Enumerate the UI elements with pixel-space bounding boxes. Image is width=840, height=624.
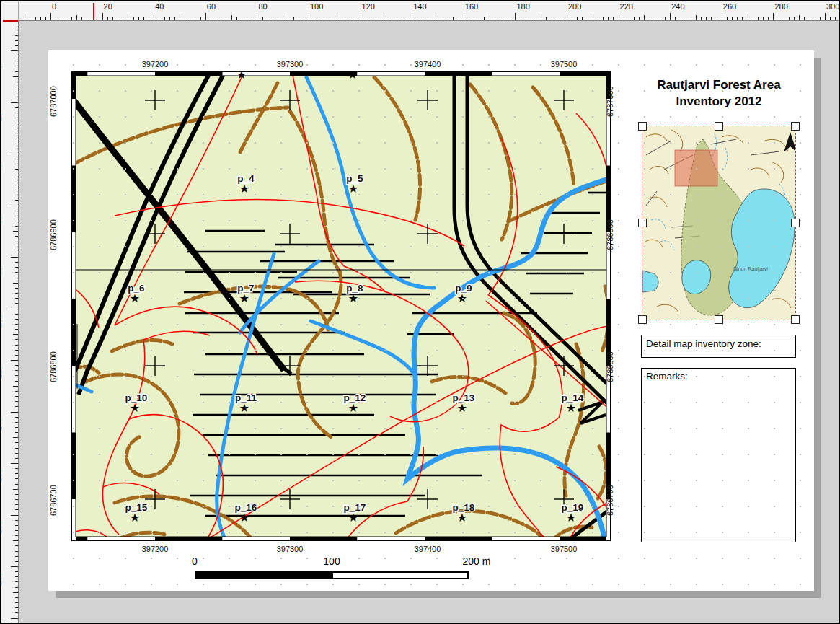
ruler-tick (598, 17, 598, 20)
selection-handle[interactable] (715, 122, 723, 131)
ruler-tick (304, 17, 304, 20)
ruler-tick (13, 489, 18, 490)
ruler-tick (15, 355, 18, 356)
ruler-tick (670, 13, 671, 20)
ruler-tick (15, 97, 18, 97)
ruler-tick (15, 169, 18, 170)
ruler-tick (247, 17, 247, 20)
ruler-tick (13, 386, 18, 387)
svg-text:★: ★ (239, 183, 249, 195)
ruler-tick (262, 17, 263, 20)
plot-label: p_15 (125, 502, 148, 513)
ruler-tick (784, 17, 784, 20)
overview-map-item[interactable]: Ninon Rautjarvi (642, 126, 796, 320)
svg-text:★: ★ (566, 511, 576, 524)
ruler-tick (495, 17, 495, 20)
scalebar-item[interactable]: 0 100 200 m (178, 555, 510, 584)
ruler-tick (15, 113, 18, 113)
ruler-tick (283, 15, 283, 20)
ruler-tick (15, 478, 18, 479)
ruler-tick (293, 17, 294, 20)
selection-handle[interactable] (791, 122, 800, 131)
selection-handle[interactable] (638, 315, 647, 324)
ruler-tick (154, 13, 154, 20)
ruler-tick (174, 17, 175, 20)
ruler-tick (15, 211, 18, 211)
map-coord-right: 6786700 (606, 485, 614, 516)
vertical-ruler[interactable]: 020406080100120140160180200220 (1, 20, 19, 623)
ruler-number: 20 (104, 2, 112, 11)
ruler-tick (133, 17, 134, 20)
ruler-tick (15, 381, 18, 382)
ruler-tick (236, 17, 237, 20)
selection-handle[interactable] (791, 219, 800, 227)
ruler-tick (273, 17, 273, 20)
ruler-tick (15, 458, 18, 459)
detail-zone-textbox[interactable]: Detail map inventory zone: (641, 335, 796, 358)
ruler-tick (15, 442, 18, 443)
svg-text:★: ★ (239, 402, 249, 414)
ruler-tick (758, 17, 759, 20)
layout-page[interactable]: ★p_4★p_5★p_6★p_7★p_8★p_9★p_10★p_11★p_12★… (48, 50, 814, 591)
ruler-number: 120 (362, 2, 375, 11)
ruler-tick (15, 216, 18, 216)
ruler-number: 140 (413, 2, 426, 11)
ruler-tick (381, 17, 381, 20)
ruler-tick (15, 324, 18, 325)
ruler-tick (169, 17, 170, 20)
ruler-tick (324, 17, 324, 20)
ruler-tick (15, 365, 18, 366)
ruler-number: 40 (155, 2, 164, 11)
ruler-tick (15, 504, 18, 505)
ruler-tick (546, 17, 547, 20)
ruler-tick (13, 76, 18, 77)
ruler-tick (423, 17, 423, 20)
ruler-number: 180 (516, 2, 529, 11)
ruler-tick (138, 17, 139, 20)
ruler-number: 20 (0, 112, 3, 120)
remarks-textbox[interactable]: Remarks: (641, 368, 796, 542)
ruler-tick (13, 231, 18, 232)
ruler-tick (608, 17, 609, 20)
ruler-number: 100 (0, 314, 3, 327)
selection-handle[interactable] (638, 122, 647, 131)
ruler-tick (15, 587, 18, 588)
plot-label: p_13 (453, 392, 475, 403)
ruler-tick (335, 15, 335, 20)
ruler-tick (500, 17, 500, 20)
ruler-tick (804, 17, 805, 20)
svg-text:★: ★ (239, 292, 249, 304)
ruler-tick (830, 17, 831, 20)
ruler-tick (453, 17, 454, 20)
ruler-tick (619, 13, 619, 20)
ruler-tick (211, 17, 211, 20)
selection-handle[interactable] (791, 315, 800, 324)
detail-map-item[interactable]: ★p_4★p_5★p_6★p_7★p_8★p_9★p_10★p_11★p_12★… (71, 71, 611, 541)
selection-handle[interactable] (638, 219, 647, 227)
ruler-tick (15, 45, 18, 46)
detail-zone-label: Detail map inventory zone: (646, 338, 761, 349)
ruler-tick (314, 17, 314, 20)
ruler-number: 200 (568, 2, 581, 11)
ruler-number: 280 (774, 2, 787, 11)
map-title[interactable]: Rautjarvi Forest Area Inventory 2012 (640, 76, 798, 110)
ruler-tick (737, 17, 738, 20)
ruler-tick (15, 473, 18, 474)
scalebar-white-segment (332, 571, 469, 579)
ruler-tick (66, 17, 66, 20)
svg-text:★: ★ (457, 292, 467, 304)
ruler-tick (112, 17, 113, 20)
ruler-tick (13, 592, 18, 593)
ruler-tick (15, 448, 18, 449)
ruler-tick (691, 17, 691, 20)
ruler-tick (278, 17, 278, 20)
ruler-tick (407, 17, 407, 20)
selection-handle[interactable] (715, 315, 723, 324)
ruler-tick (15, 61, 18, 61)
plot-label: p_16 (235, 502, 257, 513)
ruler-tick (490, 15, 490, 20)
ruler-tick (15, 190, 18, 190)
ruler-tick (572, 17, 572, 20)
ruler-tick (15, 576, 18, 577)
horizontal-ruler[interactable]: 0204060801001201401601802002202402602803… (1, 1, 839, 21)
